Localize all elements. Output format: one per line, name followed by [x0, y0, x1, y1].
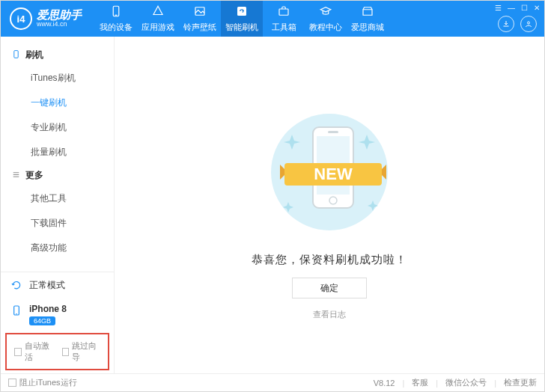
menu-lines-icon [11, 170, 21, 182]
tab-label: 我的设备 [100, 22, 133, 33]
device-info: iPhone 8 64GB [29, 304, 67, 325]
maximize-icon[interactable]: ☐ [521, 4, 528, 12]
sidebar-section-title: 刷机 [25, 49, 43, 61]
sidebar-item-oneclick-flash[interactable]: 一键刷机 [1, 91, 114, 115]
sidebar-bottom: 正常模式 iPhone 8 64GB 自动激活 跳过向导 [1, 272, 114, 373]
separator: | [436, 379, 438, 388]
success-illustration: NEW [255, 105, 404, 239]
tab-label: 工具箱 [272, 22, 296, 33]
support-link[interactable]: 客服 [412, 377, 428, 388]
checkbox-label: 阻止iTunes运行 [19, 377, 77, 388]
sidebar-section-title: 更多 [25, 169, 43, 182]
tab-tutorials[interactable]: 教程中心 [305, 1, 347, 37]
tab-store[interactable]: 爱思商城 [347, 1, 389, 37]
tab-my-device[interactable]: 我的设备 [95, 1, 137, 37]
refresh-icon [10, 278, 23, 292]
tab-label: 铃声壁纸 [183, 22, 216, 33]
svg-point-5 [528, 22, 530, 24]
checkbox-label: 自动激活 [25, 340, 53, 363]
device-mode-row[interactable]: 正常模式 [1, 272, 114, 298]
separator: | [402, 379, 404, 388]
tab-label: 智能刷机 [225, 22, 258, 33]
flash-options-row: 自动激活 跳过向导 [5, 333, 109, 370]
sidebar-item-itunes-flash[interactable]: iTunes刷机 [1, 66, 114, 91]
brand-title: 爱思助手 [37, 9, 82, 22]
header-right-actions [498, 16, 537, 32]
success-message: 恭喜您，保资料刷机成功啦！ [252, 253, 407, 267]
app-body: 刷机 iTunes刷机 一键刷机 专业刷机 批量刷机 更多 其他工具 下载固件 … [1, 37, 544, 373]
tab-ringtones-wallpapers[interactable]: 铃声壁纸 [179, 1, 221, 37]
svg-rect-3 [237, 7, 246, 16]
version-label: V8.12 [374, 379, 395, 388]
device-row[interactable]: iPhone 8 64GB [1, 298, 114, 331]
appstore-icon [151, 4, 165, 19]
skip-wizard-checkbox[interactable]: 跳过向导 [62, 340, 101, 363]
tab-toolbox[interactable]: 工具箱 [263, 1, 305, 37]
tab-label: 应用游戏 [141, 22, 174, 33]
image-icon [193, 4, 207, 19]
tab-smart-flash[interactable]: 智能刷机 [221, 1, 263, 37]
auto-activate-checkbox[interactable]: 自动激活 [14, 340, 53, 363]
ok-button[interactable]: 确定 [292, 278, 367, 298]
sidebar-item-advanced[interactable]: 高级功能 [1, 236, 114, 260]
sidebar-section-flash: 刷机 [1, 44, 114, 66]
phone-icon [11, 49, 21, 61]
header-tabs: 我的设备 应用游戏 铃声壁纸 智能刷机 工具箱 教程中心 [95, 1, 389, 37]
main-content: NEW 恭喜您，保资料刷机成功啦！ 确定 查看日志 [115, 37, 544, 373]
check-update-link[interactable]: 检查更新 [504, 377, 537, 388]
ribbon-text: NEW [314, 165, 353, 183]
sync-icon [235, 4, 249, 19]
wechat-link[interactable]: 微信公众号 [445, 377, 487, 388]
brand-logo-icon: i4 [10, 7, 32, 30]
sidebar-section-more: 更多 [1, 165, 114, 186]
checkbox-icon [62, 348, 70, 356]
device-storage-badge: 64GB [29, 316, 55, 325]
separator: | [494, 379, 496, 388]
sidebar-nav: 刷机 iTunes刷机 一键刷机 专业刷机 批量刷机 更多 其他工具 下载固件 … [1, 37, 114, 272]
checkbox-icon [8, 379, 16, 387]
svg-rect-4 [279, 9, 288, 15]
user-button[interactable] [520, 16, 537, 32]
device-mode-label: 正常模式 [29, 279, 65, 292]
window-controls: ☰ — ☐ ✕ [495, 4, 540, 12]
view-log-link[interactable]: 查看日志 [313, 309, 346, 320]
brand: i4 爱思助手 www.i4.cn [1, 7, 91, 30]
sidebar: 刷机 iTunes刷机 一键刷机 专业刷机 批量刷机 更多 其他工具 下载固件 … [1, 37, 115, 373]
checkbox-label: 跳过向导 [72, 340, 100, 363]
sidebar-item-pro-flash[interactable]: 专业刷机 [1, 115, 114, 140]
graduation-cap-icon [319, 4, 332, 19]
status-bar-right: V8.12 | 客服 | 微信公众号 | 检查更新 [374, 377, 537, 388]
brand-subtitle: www.i4.cn [37, 21, 82, 28]
block-itunes-checkbox[interactable]: 阻止iTunes运行 [8, 377, 77, 388]
menu-icon[interactable]: ☰ [495, 4, 502, 12]
sidebar-item-download-firmware[interactable]: 下载固件 [1, 211, 114, 236]
tab-label: 爱思商城 [351, 22, 384, 33]
briefcase-icon [277, 4, 290, 19]
device-name: iPhone 8 [29, 304, 67, 314]
device-icon [109, 4, 123, 19]
minimize-icon[interactable]: — [508, 4, 515, 12]
close-icon[interactable]: ✕ [534, 4, 540, 12]
device-icon [10, 304, 23, 317]
store-icon [361, 4, 374, 19]
download-button[interactable] [498, 16, 514, 32]
brand-text: 爱思助手 www.i4.cn [37, 9, 82, 28]
status-bar: 阻止iTunes运行 V8.12 | 客服 | 微信公众号 | 检查更新 [1, 373, 544, 391]
tab-label: 教程中心 [309, 22, 342, 33]
sidebar-item-batch-flash[interactable]: 批量刷机 [1, 140, 114, 165]
sidebar-item-other-tools[interactable]: 其他工具 [1, 186, 114, 211]
tab-apps-games[interactable]: 应用游戏 [137, 1, 179, 37]
app-header: i4 爱思助手 www.i4.cn 我的设备 应用游戏 铃声壁纸 智能刷机 [1, 1, 544, 37]
svg-rect-20 [328, 131, 338, 133]
checkbox-icon [14, 348, 22, 356]
svg-rect-6 [14, 50, 18, 58]
app-window: i4 爱思助手 www.i4.cn 我的设备 应用游戏 铃声壁纸 智能刷机 [0, 0, 545, 392]
